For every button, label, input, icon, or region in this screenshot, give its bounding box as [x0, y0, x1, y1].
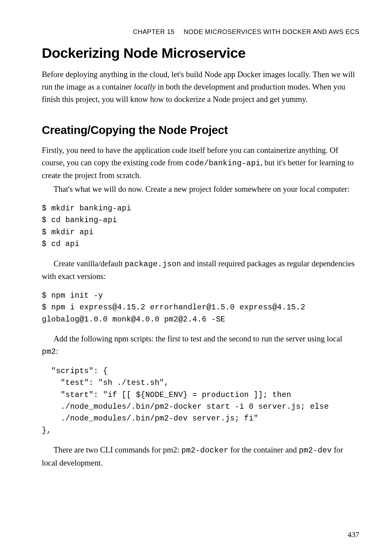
- paragraph: Add the following npm scripts: the first…: [42, 333, 359, 358]
- code-line: "start": "if [[ ${NODE_ENV} = production…: [42, 390, 296, 399]
- section-heading: Dockerizing Node Microservice: [42, 45, 359, 61]
- code-line: "test": "sh ./test.sh",: [42, 378, 169, 387]
- text: There are two CLI commands for pm2:: [54, 445, 181, 454]
- text: Add the following npm scripts: the first…: [54, 334, 342, 343]
- code-block: $ npm init -y $ npm i express@4.15.2 err…: [42, 290, 359, 325]
- inline-code: pm2-dev: [299, 446, 332, 455]
- chapter-number: CHAPTER 15: [133, 28, 174, 35]
- code-block: $ mkdir banking-api $ cd banking-api $ m…: [42, 203, 359, 250]
- page-number: 437: [348, 529, 359, 540]
- code-line: ./node_modules/.bin/pm2-docker start -i …: [42, 402, 334, 411]
- code-block: "scripts": { "test": "sh ./test.sh", "st…: [42, 365, 359, 437]
- chapter-title: NODE MICROSERVICES WITH DOCKER AND AWS E…: [184, 28, 359, 35]
- paragraph: There are two CLI commands for pm2: pm2-…: [42, 444, 359, 469]
- paragraph: Create vanilla/default package.json and …: [42, 257, 359, 283]
- inline-code: package.json: [125, 260, 181, 269]
- emphasis: locally: [134, 82, 156, 91]
- text: :: [56, 347, 58, 355]
- text: That's what we will do now. Create a new…: [54, 185, 350, 193]
- subsection-heading: Creating/Copying the Node Project: [42, 123, 359, 137]
- text: for the container and: [228, 445, 299, 454]
- code-line: "scripts": {: [42, 367, 108, 375]
- inline-code: pm2: [42, 347, 56, 356]
- paragraph: Before deploying anything in the cloud, …: [42, 68, 359, 106]
- inline-code: pm2-docker: [181, 446, 228, 455]
- inline-code: code/banking-api: [185, 159, 260, 168]
- code-line: },: [42, 426, 51, 435]
- text: Create vanilla/default: [54, 259, 125, 268]
- running-head: CHAPTER 15NODE MICROSERVICES WITH DOCKER…: [42, 27, 359, 37]
- code-line: ./node_modules/.bin/pm2-dev server.js; f…: [42, 414, 258, 423]
- paragraph: Firstly, you need to have the applicatio…: [42, 144, 359, 182]
- page: CHAPTER 15NODE MICROSERVICES WITH DOCKER…: [0, 0, 392, 560]
- paragraph: That's what we will do now. Create a new…: [42, 183, 359, 195]
